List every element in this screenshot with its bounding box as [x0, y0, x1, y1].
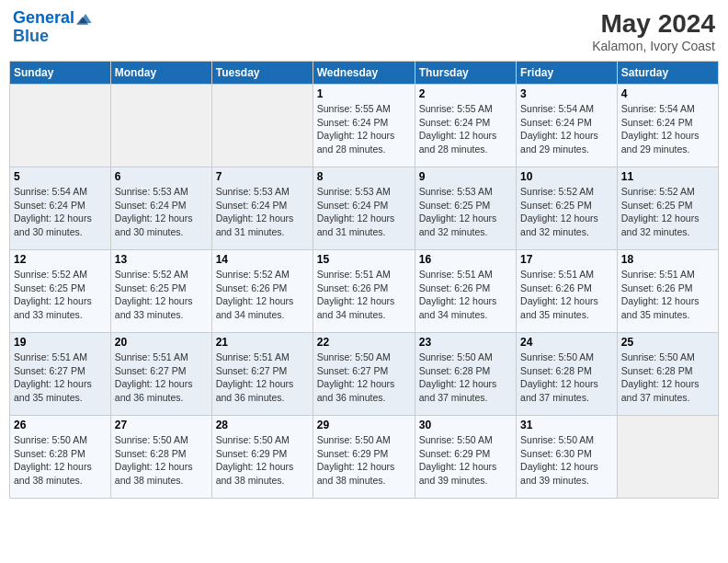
day-info: Sunrise: 5:54 AM Sunset: 6:24 PM Dayligh… [621, 102, 714, 156]
calendar-cell [110, 85, 211, 167]
day-info: Sunrise: 5:50 AM Sunset: 6:28 PM Dayligh… [115, 433, 208, 488]
day-info: Sunrise: 5:52 AM Sunset: 6:25 PM Dayligh… [621, 185, 714, 239]
calendar-cell [617, 416, 718, 499]
day-info: Sunrise: 5:53 AM Sunset: 6:24 PM Dayligh… [216, 185, 309, 239]
day-number: 9 [419, 170, 512, 183]
day-number: 31 [520, 419, 613, 431]
day-number: 14 [216, 253, 309, 266]
day-info: Sunrise: 5:50 AM Sunset: 6:27 PM Dayligh… [317, 350, 411, 405]
day-info: Sunrise: 5:50 AM Sunset: 6:30 PM Dayligh… [520, 433, 613, 488]
day-info: Sunrise: 5:51 AM Sunset: 6:26 PM Dayligh… [520, 268, 613, 322]
day-number: 23 [419, 336, 512, 349]
calendar-table: SundayMondayTuesdayWednesdayThursdayFrid… [9, 61, 719, 499]
day-info: Sunrise: 5:51 AM Sunset: 6:27 PM Dayligh… [115, 350, 208, 405]
day-number: 26 [14, 419, 107, 431]
day-info: Sunrise: 5:50 AM Sunset: 6:28 PM Dayligh… [520, 350, 613, 405]
calendar-cell: 9Sunrise: 5:53 AM Sunset: 6:25 PM Daylig… [415, 167, 516, 250]
page-header: General Blue May 2024 Kalamon, Ivory Coa… [9, 9, 719, 53]
calendar-cell: 29Sunrise: 5:50 AM Sunset: 6:29 PM Dayli… [313, 416, 415, 499]
calendar-cell: 22Sunrise: 5:50 AM Sunset: 6:27 PM Dayli… [313, 333, 415, 416]
day-info: Sunrise: 5:51 AM Sunset: 6:27 PM Dayligh… [216, 350, 309, 405]
logo-text-line2: Blue [13, 28, 95, 46]
calendar-cell: 8Sunrise: 5:53 AM Sunset: 6:24 PM Daylig… [313, 167, 415, 250]
day-info: Sunrise: 5:53 AM Sunset: 6:24 PM Dayligh… [115, 185, 208, 239]
day-info: Sunrise: 5:54 AM Sunset: 6:24 PM Dayligh… [520, 102, 613, 156]
calendar-cell: 5Sunrise: 5:54 AM Sunset: 6:24 PM Daylig… [10, 167, 111, 250]
calendar-cell: 16Sunrise: 5:51 AM Sunset: 6:26 PM Dayli… [415, 250, 516, 333]
day-info: Sunrise: 5:50 AM Sunset: 6:29 PM Dayligh… [317, 433, 411, 488]
calendar-cell: 1Sunrise: 5:55 AM Sunset: 6:24 PM Daylig… [313, 85, 415, 167]
calendar-header-friday: Friday [517, 62, 618, 85]
calendar-cell: 21Sunrise: 5:51 AM Sunset: 6:27 PM Dayli… [211, 333, 313, 416]
day-number: 13 [115, 253, 208, 266]
calendar-cell: 14Sunrise: 5:52 AM Sunset: 6:26 PM Dayli… [211, 250, 313, 333]
day-number: 27 [115, 419, 208, 431]
day-number: 1 [317, 87, 411, 100]
day-number: 2 [419, 87, 512, 100]
calendar-header-saturday: Saturday [617, 62, 718, 85]
calendar-header-sunday: Sunday [10, 62, 111, 85]
calendar-cell: 18Sunrise: 5:51 AM Sunset: 6:26 PM Dayli… [617, 250, 718, 333]
calendar-week-3: 12Sunrise: 5:52 AM Sunset: 6:25 PM Dayli… [10, 250, 719, 333]
calendar-cell: 13Sunrise: 5:52 AM Sunset: 6:25 PM Dayli… [110, 250, 211, 333]
page-title: May 2024 [592, 9, 715, 39]
day-number: 20 [115, 336, 208, 349]
calendar-cell: 26Sunrise: 5:50 AM Sunset: 6:28 PM Dayli… [10, 416, 111, 499]
day-info: Sunrise: 5:50 AM Sunset: 6:28 PM Dayligh… [14, 433, 107, 488]
calendar-header-row: SundayMondayTuesdayWednesdayThursdayFrid… [10, 62, 719, 85]
calendar-header-tuesday: Tuesday [211, 62, 313, 85]
calendar-cell: 25Sunrise: 5:50 AM Sunset: 6:28 PM Dayli… [617, 333, 718, 416]
day-info: Sunrise: 5:50 AM Sunset: 6:29 PM Dayligh… [419, 433, 512, 488]
calendar-cell: 4Sunrise: 5:54 AM Sunset: 6:24 PM Daylig… [617, 85, 718, 167]
logo-text-line1: General [13, 9, 74, 28]
calendar-cell: 15Sunrise: 5:51 AM Sunset: 6:26 PM Dayli… [313, 250, 415, 333]
day-info: Sunrise: 5:52 AM Sunset: 6:26 PM Dayligh… [216, 268, 309, 322]
day-number: 8 [317, 170, 411, 183]
logo-icon [76, 9, 95, 28]
calendar-cell: 24Sunrise: 5:50 AM Sunset: 6:28 PM Dayli… [517, 333, 618, 416]
calendar-cell: 31Sunrise: 5:50 AM Sunset: 6:30 PM Dayli… [517, 416, 618, 499]
calendar-cell: 11Sunrise: 5:52 AM Sunset: 6:25 PM Dayli… [617, 167, 718, 250]
day-number: 3 [520, 87, 613, 100]
day-info: Sunrise: 5:51 AM Sunset: 6:26 PM Dayligh… [621, 268, 714, 322]
day-number: 22 [317, 336, 411, 349]
day-number: 19 [14, 336, 107, 349]
day-number: 11 [621, 170, 714, 183]
day-number: 28 [216, 419, 309, 431]
calendar-header-thursday: Thursday [415, 62, 516, 85]
day-info: Sunrise: 5:54 AM Sunset: 6:24 PM Dayligh… [14, 185, 107, 239]
day-info: Sunrise: 5:55 AM Sunset: 6:24 PM Dayligh… [419, 102, 512, 156]
day-info: Sunrise: 5:51 AM Sunset: 6:26 PM Dayligh… [419, 268, 512, 322]
calendar-header-wednesday: Wednesday [313, 62, 415, 85]
calendar-cell [211, 85, 313, 167]
day-number: 18 [621, 253, 714, 266]
day-info: Sunrise: 5:52 AM Sunset: 6:25 PM Dayligh… [115, 268, 208, 322]
calendar-cell: 7Sunrise: 5:53 AM Sunset: 6:24 PM Daylig… [211, 167, 313, 250]
day-info: Sunrise: 5:50 AM Sunset: 6:28 PM Dayligh… [419, 350, 512, 405]
calendar-week-1: 1Sunrise: 5:55 AM Sunset: 6:24 PM Daylig… [10, 85, 719, 167]
day-info: Sunrise: 5:52 AM Sunset: 6:25 PM Dayligh… [14, 268, 107, 322]
day-number: 6 [115, 170, 208, 183]
day-info: Sunrise: 5:53 AM Sunset: 6:25 PM Dayligh… [419, 185, 512, 239]
day-info: Sunrise: 5:53 AM Sunset: 6:24 PM Dayligh… [317, 185, 411, 239]
calendar-week-4: 19Sunrise: 5:51 AM Sunset: 6:27 PM Dayli… [10, 333, 719, 416]
calendar-cell: 19Sunrise: 5:51 AM Sunset: 6:27 PM Dayli… [10, 333, 111, 416]
day-number: 5 [14, 170, 107, 183]
calendar-cell: 2Sunrise: 5:55 AM Sunset: 6:24 PM Daylig… [415, 85, 516, 167]
day-number: 29 [317, 419, 411, 431]
calendar-cell: 17Sunrise: 5:51 AM Sunset: 6:26 PM Dayli… [517, 250, 618, 333]
day-info: Sunrise: 5:52 AM Sunset: 6:25 PM Dayligh… [520, 185, 613, 239]
day-number: 25 [621, 336, 714, 349]
calendar-header-monday: Monday [110, 62, 211, 85]
calendar-cell: 6Sunrise: 5:53 AM Sunset: 6:24 PM Daylig… [110, 167, 211, 250]
calendar-cell: 10Sunrise: 5:52 AM Sunset: 6:25 PM Dayli… [517, 167, 618, 250]
day-info: Sunrise: 5:50 AM Sunset: 6:28 PM Dayligh… [621, 350, 714, 405]
day-number: 10 [520, 170, 613, 183]
page-subtitle: Kalamon, Ivory Coast [592, 39, 715, 53]
calendar-cell: 28Sunrise: 5:50 AM Sunset: 6:29 PM Dayli… [211, 416, 313, 499]
day-number: 4 [621, 87, 714, 100]
day-number: 12 [14, 253, 107, 266]
calendar-cell: 30Sunrise: 5:50 AM Sunset: 6:29 PM Dayli… [415, 416, 516, 499]
calendar-cell: 23Sunrise: 5:50 AM Sunset: 6:28 PM Dayli… [415, 333, 516, 416]
day-number: 7 [216, 170, 309, 183]
